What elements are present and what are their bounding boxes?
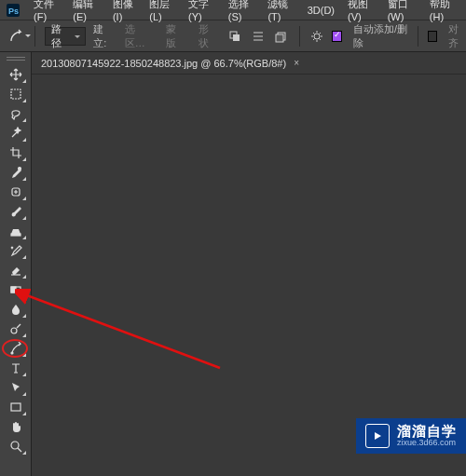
svg-line-17 xyxy=(24,294,220,368)
menu-edit[interactable]: 编辑(E) xyxy=(69,0,103,24)
gradient-tool[interactable] xyxy=(5,280,27,299)
hand-tool[interactable] xyxy=(5,417,27,436)
annotation-arrow xyxy=(15,289,229,373)
watermark: 溜溜自学 zixue.3d66.com xyxy=(356,418,466,454)
zoom-tool[interactable] xyxy=(5,437,27,456)
healing-brush-tool[interactable] xyxy=(5,183,27,201)
svg-point-8 xyxy=(18,168,21,170)
menu-view[interactable]: 视图(V) xyxy=(344,0,378,24)
path-selection-tool[interactable] xyxy=(5,378,27,397)
path-operations-icon[interactable] xyxy=(226,27,242,46)
options-bar: 路径 建立: 选区… 蒙版 形状 自动添加/删除 对齐 xyxy=(0,20,466,52)
make-shape-button[interactable]: 形状 xyxy=(195,20,220,52)
document-tab-title: 20130807145922-1850248823.jpg @ 66.7%(RG… xyxy=(41,58,286,69)
svg-rect-5 xyxy=(276,34,283,42)
svg-rect-7 xyxy=(11,89,21,99)
separator xyxy=(34,26,35,47)
play-icon xyxy=(365,424,390,448)
watermark-url: zixue.3d66.com xyxy=(397,439,457,448)
svg-point-16 xyxy=(11,442,19,449)
pen-tool[interactable] xyxy=(5,339,27,358)
canvas-area[interactable] xyxy=(32,75,466,476)
history-brush-tool[interactable] xyxy=(5,241,27,260)
mode-select-label: 路径 xyxy=(51,22,69,50)
brush-tool[interactable] xyxy=(5,202,27,221)
gear-icon[interactable] xyxy=(308,27,324,46)
lasso-tool[interactable] xyxy=(5,104,27,123)
auto-add-label: 自动添加/删除 xyxy=(353,22,408,50)
move-tool[interactable] xyxy=(5,65,27,84)
menu-bar: Ps 文件(F) 编辑(E) 图像(I) 图层(L) 文字(Y) 选择(S) 滤… xyxy=(0,0,466,20)
crop-tool[interactable] xyxy=(5,143,27,162)
menu-help[interactable]: 帮助(H) xyxy=(426,0,460,24)
path-align-icon[interactable] xyxy=(250,27,266,46)
svg-rect-3 xyxy=(233,34,240,41)
menu-select[interactable]: 选择(S) xyxy=(225,0,259,24)
make-selection-button[interactable]: 选区… xyxy=(121,20,155,52)
mode-select[interactable]: 路径 xyxy=(45,27,87,46)
close-icon[interactable]: × xyxy=(294,58,299,68)
blur-tool[interactable] xyxy=(5,300,27,319)
svg-point-6 xyxy=(314,34,320,39)
rectangle-tool[interactable] xyxy=(5,398,27,416)
eraser-tool[interactable] xyxy=(5,261,27,279)
align-label: 对齐 xyxy=(448,22,466,50)
panel-grip[interactable] xyxy=(7,56,25,61)
svg-text:Ps: Ps xyxy=(8,7,19,16)
watermark-title: 溜溜自学 xyxy=(397,424,457,440)
type-tool[interactable] xyxy=(5,359,27,377)
svg-point-14 xyxy=(11,352,13,354)
make-mask-button[interactable]: 蒙版 xyxy=(162,20,187,52)
active-tool-icon[interactable] xyxy=(7,26,25,47)
eyedropper-tool[interactable] xyxy=(5,163,27,182)
menu-window[interactable]: 窗口(W) xyxy=(384,0,420,24)
document-tab[interactable]: 20130807145922-1850248823.jpg @ 66.7%(RG… xyxy=(32,52,466,75)
align-checkbox[interactable] xyxy=(428,31,438,42)
auto-add-checkbox[interactable] xyxy=(332,31,342,42)
magic-wand-tool[interactable] xyxy=(5,124,27,143)
separator xyxy=(299,26,300,47)
clone-stamp-tool[interactable] xyxy=(5,222,27,240)
separator xyxy=(418,26,418,47)
svg-rect-15 xyxy=(11,403,21,411)
build-label: 建立: xyxy=(93,22,113,50)
app-logo-icon: Ps xyxy=(6,2,21,19)
svg-point-13 xyxy=(11,328,17,333)
tools-panel xyxy=(0,52,32,476)
svg-rect-12 xyxy=(11,287,16,292)
menu-file[interactable]: 文件(F) xyxy=(30,0,63,24)
workspace: 20130807145922-1850248823.jpg @ 66.7%(RG… xyxy=(32,52,466,476)
svg-rect-10 xyxy=(11,234,21,236)
path-arrange-icon[interactable] xyxy=(273,27,289,46)
dodge-tool[interactable] xyxy=(5,320,27,338)
menu-filter[interactable]: 滤镜(T) xyxy=(264,0,297,24)
marquee-tool[interactable] xyxy=(5,85,27,103)
menu-3d[interactable]: 3D(D) xyxy=(304,3,338,18)
